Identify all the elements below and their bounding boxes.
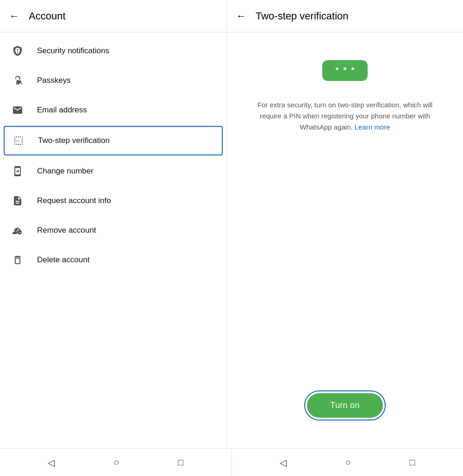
two-step-content: * * * For extra security, turn on two-st… [227,32,463,448]
email-address-label: Email address [37,105,87,115]
menu-item-remove-account[interactable]: Remove account [0,216,226,245]
right-nav-bar: ◁ ○ □ [232,449,463,476]
right-square-nav-icon[interactable]: □ [410,457,415,468]
left-header: ← Account [0,0,226,32]
svg-text:***: *** [16,140,19,143]
account-title: Account [29,10,66,22]
turn-on-button[interactable]: Turn on [307,393,382,418]
right-header: ← Two-step verification [227,0,463,32]
turn-on-wrapper: Turn on [295,381,394,430]
two-step-verification-label: Two-step verification [38,136,110,145]
pin-star-2: * [343,66,346,75]
pin-star-1: * [335,66,338,75]
learn-more-link[interactable]: Learn more [355,123,390,131]
two-step-title: Two-step verification [256,10,349,22]
security-notifications-label: Security notifications [37,46,109,56]
account-menu-list: Security notifications Passkeys [0,32,226,448]
pin-badge: * * * [322,60,367,81]
menu-item-passkeys[interactable]: Passkeys [0,66,226,95]
change-number-label: Change number [37,167,94,176]
svg-line-1 [21,83,23,85]
left-square-nav-icon[interactable]: □ [178,457,183,468]
menu-item-request-account-info[interactable]: Request account info [0,186,226,216]
svg-point-0 [19,80,21,83]
left-nav-bar: ◁ ○ □ [0,449,232,476]
left-home-nav-icon[interactable]: ○ [113,457,119,468]
change-number-icon [11,165,24,178]
left-panel: ← Account Security notifications [0,0,227,448]
right-back-button[interactable]: ← [236,11,246,21]
turn-on-outer-border: Turn on [304,390,385,420]
right-back-nav-icon[interactable]: ◁ [280,457,287,468]
right-home-nav-icon[interactable]: ○ [345,457,351,468]
left-back-nav-icon[interactable]: ◁ [48,457,55,468]
shield-icon [11,44,24,57]
menu-item-two-step-verification[interactable]: *** Two-step verification [4,126,223,155]
remove-account-label: Remove account [37,226,96,235]
passkeys-icon [11,74,24,87]
menu-item-change-number[interactable]: Change number [0,156,226,186]
verification-description: For extra security, turn on two-step ver… [257,99,433,133]
request-info-icon [11,194,24,207]
right-panel: ← Two-step verification * * * For extra … [227,0,463,448]
menu-item-delete-account[interactable]: Delete account [0,245,226,275]
request-account-info-label: Request account info [37,196,111,205]
remove-account-icon [11,224,24,237]
verification-top: * * * For extra security, turn on two-st… [257,60,433,133]
two-step-icon: *** [12,134,25,147]
left-back-button[interactable]: ← [9,11,19,21]
pin-star-3: * [351,66,355,75]
menu-item-email-address[interactable]: Email address [0,95,226,125]
email-icon [11,104,24,117]
menu-item-security-notifications[interactable]: Security notifications [0,36,226,66]
passkeys-label: Passkeys [37,76,71,85]
bottom-navigation: ◁ ○ □ ◁ ○ □ [0,448,463,476]
trash-icon [11,253,24,266]
delete-account-label: Delete account [37,255,89,265]
